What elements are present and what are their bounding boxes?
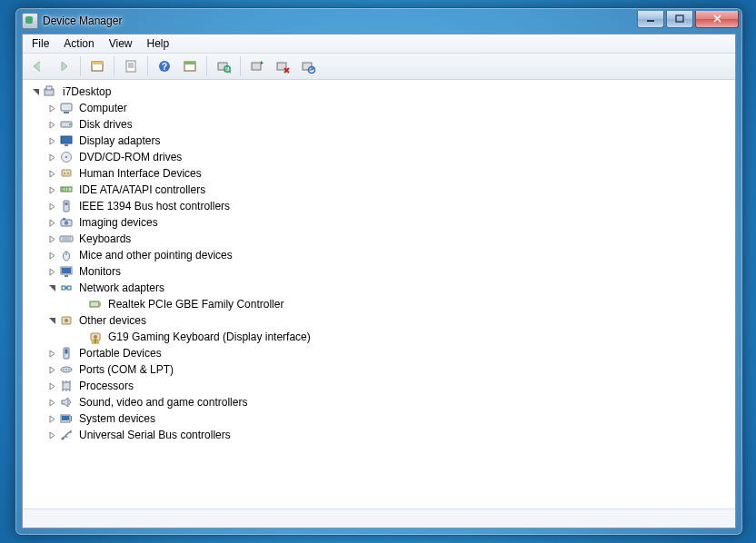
svg-rect-75 — [71, 416, 72, 421]
properties-button[interactable] — [119, 55, 143, 77]
tree-item-label: Network adapters — [77, 281, 166, 295]
menu-file[interactable]: File — [25, 35, 56, 52]
tree-item-cat-9[interactable]: Mice and other pointing devices — [25, 247, 735, 263]
hid-icon — [59, 166, 74, 181]
svg-rect-48 — [62, 268, 71, 273]
tree-item-label: Keyboards — [77, 232, 133, 246]
tree-item-label: Universal Serial Bus controllers — [77, 428, 233, 442]
svg-point-32 — [67, 173, 69, 174]
tree-item-cat-15[interactable]: Processors — [25, 378, 735, 394]
svg-rect-4 — [126, 61, 135, 72]
expand-icon[interactable] — [45, 395, 59, 410]
expand-icon[interactable] — [45, 199, 59, 213]
titlebar[interactable]: Device Manager — [15, 8, 742, 34]
tree-item-label: Ports (COM & LPT) — [77, 362, 175, 377]
expand-icon[interactable] — [45, 183, 59, 197]
svg-rect-11 — [184, 62, 195, 64]
collapse-icon[interactable] — [45, 281, 59, 295]
update-driver-button[interactable] — [245, 55, 269, 77]
scan-button[interactable] — [212, 55, 235, 77]
svg-rect-23 — [64, 112, 69, 114]
display-icon — [59, 133, 74, 148]
tree-item-label: Other devices — [77, 313, 148, 328]
tree-item-cat-10[interactable]: Monitors — [25, 263, 735, 280]
menu-view[interactable]: View — [102, 35, 140, 52]
minimize-button[interactable] — [637, 11, 664, 28]
imaging-icon — [59, 215, 74, 230]
forward-button[interactable] — [52, 55, 75, 77]
tree-item-label: DVD/CD-ROM drives — [77, 150, 184, 164]
usb-icon — [59, 428, 74, 442]
svg-rect-51 — [67, 286, 71, 290]
1394-icon — [59, 199, 74, 213]
show-hidden-button[interactable] — [85, 55, 109, 77]
close-button[interactable] — [695, 11, 739, 28]
tree-item-cat-3[interactable]: DVD/CD-ROM drives — [25, 149, 735, 165]
status-bar — [23, 508, 735, 528]
cpu-icon — [59, 379, 74, 393]
tree-item-cat-13[interactable]: Portable Devices — [25, 345, 735, 361]
action-list-button[interactable] — [178, 55, 202, 77]
svg-line-78 — [65, 436, 67, 438]
tree-item-label: Realtek PCIe GBE Family Controller — [106, 297, 285, 311]
expand-icon[interactable] — [45, 411, 59, 426]
tree-item-cat-1[interactable]: Disk drives — [25, 116, 735, 133]
tree-item-cat-11[interactable]: Network adapters — [25, 280, 735, 296]
device-tree[interactable]: i7DesktopComputerDisk drivesDisplay adap… — [23, 80, 735, 508]
tree-item-label: Monitors — [77, 264, 123, 279]
tree-item-cat-16[interactable]: Sound, video and game controllers — [25, 394, 735, 410]
tree-item-cat-12-child-0[interactable]: !G19 Gaming Keyboard (Display interface) — [25, 329, 735, 345]
expand-icon[interactable] — [45, 362, 59, 377]
collapse-icon[interactable] — [28, 84, 43, 99]
system-icon — [59, 411, 74, 426]
tree-item-cat-6[interactable]: IEEE 1394 Bus host controllers — [25, 198, 735, 214]
tree-item-cat-4[interactable]: Human Interface Devices — [25, 165, 735, 182]
svg-rect-1 — [676, 15, 683, 22]
tree-item-cat-14[interactable]: Ports (COM & LPT) — [25, 361, 735, 378]
tree-item-cat-8[interactable]: Keyboards — [25, 231, 735, 247]
tree-item-cat-12[interactable]: Other devices — [25, 312, 735, 329]
expand-icon[interactable] — [45, 248, 59, 262]
expand-icon[interactable] — [45, 133, 59, 148]
svg-rect-41 — [63, 218, 65, 220]
help-button[interactable]: ? — [153, 55, 176, 77]
app-icon — [22, 13, 38, 29]
tree-item-cat-2[interactable]: Display adapters — [25, 133, 735, 149]
tree-item-label: Disk drives — [77, 117, 134, 132]
tree-item-label: System devices — [77, 411, 157, 426]
tree-item-cat-5[interactable]: IDE ATA/ATAPI controllers — [25, 182, 735, 198]
tree-item-root[interactable]: i7Desktop — [25, 84, 735, 100]
expand-icon[interactable] — [45, 264, 59, 279]
sound-icon — [59, 395, 74, 410]
root-icon — [43, 84, 57, 99]
disable-button[interactable] — [296, 55, 320, 77]
menu-action[interactable]: Action — [56, 35, 101, 52]
svg-text:!: ! — [94, 339, 96, 344]
expand-icon[interactable] — [45, 346, 59, 360]
nic-icon — [88, 297, 103, 311]
expand-icon[interactable] — [45, 215, 59, 230]
device-manager-window: Device Manager File Action View Help — [15, 7, 743, 536]
collapse-icon[interactable] — [45, 313, 59, 328]
svg-rect-0 — [647, 20, 654, 22]
other-icon — [59, 313, 74, 328]
expand-icon[interactable] — [45, 232, 59, 246]
back-button[interactable] — [26, 55, 50, 77]
expand-icon[interactable] — [45, 166, 59, 181]
uninstall-button[interactable] — [271, 55, 294, 77]
expand-icon[interactable] — [45, 150, 59, 164]
tree-item-cat-18[interactable]: Universal Serial Bus controllers — [25, 427, 735, 443]
maximize-button[interactable] — [666, 11, 693, 28]
expand-icon[interactable] — [45, 428, 59, 442]
expand-icon[interactable] — [45, 379, 59, 393]
tree-item-cat-11-child-0[interactable]: Realtek PCIe GBE Family Controller — [25, 296, 735, 312]
svg-rect-61 — [65, 350, 68, 354]
tree-item-cat-7[interactable]: Imaging devices — [25, 214, 735, 231]
svg-rect-21 — [46, 86, 52, 90]
menu-help[interactable]: Help — [140, 35, 177, 52]
other-icon: ! — [88, 330, 103, 344]
tree-item-cat-0[interactable]: Computer — [25, 100, 735, 116]
expand-icon[interactable] — [45, 101, 59, 115]
tree-item-cat-17[interactable]: System devices — [25, 410, 735, 427]
expand-icon[interactable] — [45, 117, 59, 132]
